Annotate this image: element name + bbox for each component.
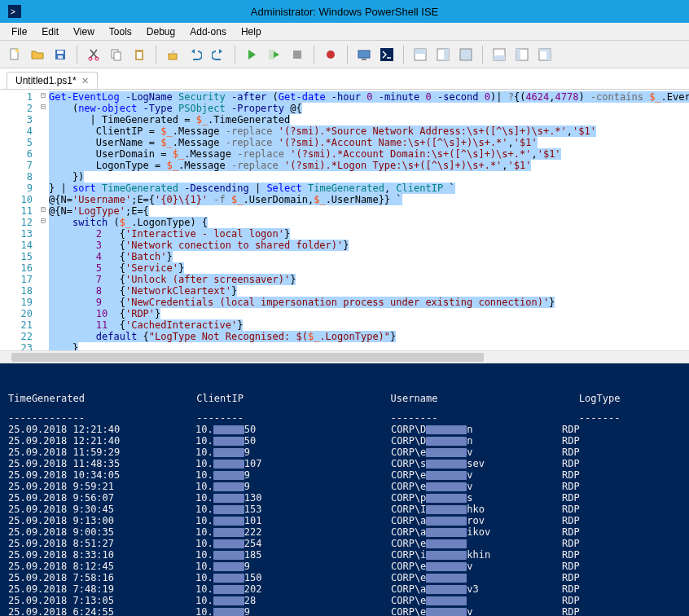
menu-help[interactable]: Help (235, 24, 268, 39)
svg-rect-28 (516, 49, 520, 60)
code-line[interactable]: LogonType = $_.Message -replace '(?smi).… (49, 160, 689, 171)
svg-rect-5 (57, 51, 64, 54)
code-line[interactable]: 8 {'NetworkCleartext'} (49, 285, 689, 297)
toolbar (0, 41, 689, 68)
save-icon[interactable] (50, 45, 70, 64)
toolbar-separator (403, 46, 404, 64)
code-line[interactable]: 7 {'Unlock (after screensaver)'} (49, 274, 689, 285)
menu-tools[interactable]: Tools (103, 24, 138, 39)
code-editor[interactable]: 123456789101112131415161718192021222324 … (0, 90, 689, 350)
run-icon[interactable] (242, 45, 261, 64)
svg-rect-17 (358, 51, 370, 58)
svg-rect-6 (58, 55, 63, 59)
svg-rect-14 (269, 50, 274, 59)
code-line[interactable]: UserDomain = $_.Message -replace '(?smi)… (49, 148, 689, 160)
code-line[interactable]: ClientIP = $_.Message -replace '(?smi).*… (49, 125, 689, 137)
console-row: 25.09.2018 9:00:3510.222CORP\aikovRDP (8, 526, 681, 538)
code-line[interactable]: }) (49, 171, 689, 183)
redo-icon[interactable] (208, 45, 228, 64)
horizontal-scrollbar[interactable] (0, 350, 689, 363)
code-line[interactable]: 4 {'Batch'} (49, 251, 689, 262)
title-bar: > Administrator: Windows PowerShell ISE (0, 0, 689, 23)
svg-rect-10 (114, 52, 121, 60)
code-area[interactable]: Get-EventLog -LogName Security -after (G… (49, 90, 689, 350)
code-line[interactable]: 2 {'Interactive - local logon'} (49, 228, 689, 240)
code-line[interactable]: 3 {'Network conection to shared folder)'… (49, 240, 689, 251)
toolbar-separator (482, 46, 483, 64)
code-line[interactable]: (new-object -Type PSObject -Property @{ (49, 103, 689, 114)
svg-rect-24 (460, 49, 472, 60)
menu-debug[interactable]: Debug (140, 24, 182, 39)
console-row: 25.09.2018 9:56:0710.130CORP\psRDP (8, 492, 681, 504)
console-row: 25.09.2018 7:13:0510.28CORP\eRDP (8, 595, 681, 606)
console-row: 25.09.2018 8:12:4510.9CORP\evRDP (8, 561, 681, 572)
undo-icon[interactable] (186, 45, 205, 64)
svg-rect-21 (415, 49, 426, 54)
console-row: 25.09.2018 7:58:1610.150CORP\eRDP (8, 572, 681, 583)
window-title: Administrator: Windows PowerShell ISE (251, 6, 438, 18)
app-icon: > (8, 5, 21, 18)
fold-column[interactable]: ⊟⊟⊟⊟ (37, 90, 49, 350)
console-row: 25.09.2018 11:59:2910.9CORP\evRDP (8, 447, 681, 458)
show-command-icon[interactable] (489, 45, 509, 64)
console-row: 25.09.2018 12:21:4010.50CORP\DnRDP (8, 424, 681, 435)
console-row: 25.09.2018 9:30:4510.153CORP\IhkoRDP (8, 504, 681, 515)
stop-icon[interactable] (287, 45, 307, 64)
console-row: 25.09.2018 6:24:5510.9CORP\evRDP (8, 606, 681, 616)
tab-untitled[interactable]: Untitled1.ps1* ✕ (7, 72, 98, 89)
toolbar-separator (347, 46, 348, 64)
run-selection-icon[interactable] (265, 45, 284, 64)
code-line[interactable]: } | sort TimeGenerated -Descending | Sel… (49, 183, 689, 194)
console-row: 25.09.2018 9:59:2110.9CORP\evRDP (8, 481, 681, 492)
menu-add-ons[interactable]: Add-ons (183, 24, 233, 39)
code-line[interactable]: @{N='Username';E={'{0}\{1}' -f $_.UserDo… (49, 194, 689, 205)
console-row: 25.09.2018 8:33:1010.185CORP\ikhinRDP (8, 549, 681, 561)
menu-bar: FileEditViewToolsDebugAdd-onsHelp (0, 23, 689, 41)
copy-icon[interactable] (107, 45, 126, 64)
show-command-addon-icon[interactable] (512, 45, 532, 64)
clear-icon[interactable] (163, 45, 182, 64)
code-line[interactable]: 10 {'RDP'} (49, 308, 689, 319)
console-row: 25.09.2018 9:13:0010.101CORP\arovRDP (8, 515, 681, 526)
paste-icon[interactable] (129, 45, 149, 64)
show-script-right-icon[interactable] (433, 45, 453, 64)
code-line[interactable]: Get-EventLog -LogName Security -after (G… (49, 91, 689, 103)
menu-edit[interactable]: Edit (35, 24, 65, 39)
code-line[interactable]: UserName = $_.Message -replace '(?smi).*… (49, 137, 689, 148)
output-console[interactable]: TimeGenerated ClientIP Username LogType-… (0, 363, 689, 616)
code-line[interactable]: | TimeGenerated = $_.TimeGenerated (49, 114, 689, 125)
console-row: 25.09.2018 12:21:4010.50CORP\DnRDP (8, 435, 681, 447)
breakpoint-icon[interactable] (321, 45, 340, 64)
toolbar-separator (77, 46, 77, 64)
scrollbar-thumb[interactable] (11, 353, 484, 362)
show-toolbar-icon[interactable] (535, 45, 555, 64)
menu-view[interactable]: View (67, 24, 101, 39)
svg-rect-18 (362, 59, 366, 60)
cut-icon[interactable] (84, 45, 103, 64)
toolbar-separator (156, 46, 156, 64)
code-line[interactable]: @{N='LogType';E={ (49, 205, 689, 217)
code-line[interactable]: default {"LogType Not Recognised: $($_.L… (49, 331, 689, 342)
show-script-icon[interactable] (410, 45, 430, 64)
new-remote-icon[interactable] (354, 45, 374, 64)
console-divider: ------------- -------- -------- ------- (8, 412, 681, 424)
tab-label: Untitled1.ps1* (15, 75, 77, 86)
code-line[interactable]: 5 {'Service'} (49, 262, 689, 274)
menu-file[interactable]: File (5, 24, 33, 39)
code-line[interactable]: 9 {'NewCredentials (local impersonation … (49, 297, 689, 308)
svg-rect-3 (15, 49, 19, 52)
line-number-gutter: 123456789101112131415161718192021222324 (0, 90, 37, 350)
powershell-icon[interactable] (377, 45, 397, 64)
new-file-icon[interactable] (5, 45, 24, 64)
code-line[interactable]: } (49, 342, 689, 350)
code-line[interactable]: 11 {'CachedInteractive'} (49, 319, 689, 331)
show-script-max-icon[interactable] (456, 45, 476, 64)
code-line[interactable]: switch ($_.LogonType) { (49, 217, 689, 228)
svg-point-16 (327, 51, 335, 59)
tab-bar: Untitled1.ps1* ✕ (0, 68, 689, 90)
svg-rect-23 (444, 49, 449, 60)
close-icon[interactable]: ✕ (81, 76, 89, 86)
open-file-icon[interactable] (28, 45, 47, 64)
svg-text:>: > (11, 7, 15, 16)
toolbar-separator (314, 46, 314, 64)
